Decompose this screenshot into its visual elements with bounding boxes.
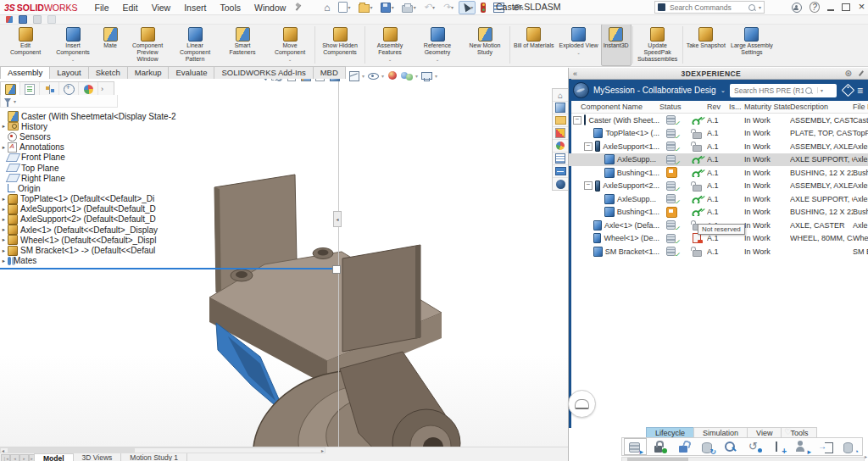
undo-button[interactable]: ▾ <box>421 0 437 14</box>
expand-arrow-icon[interactable]: ▸ <box>0 258 8 264</box>
unreserve-button[interactable] <box>673 439 694 454</box>
tag-icon[interactable] <box>842 84 855 97</box>
dropdown-arrow-icon[interactable]: ⌄ <box>436 57 440 62</box>
linear-component-pattern-button[interactable]: Linear Component Pattern⌄ <box>171 24 219 66</box>
tab-mbd[interactable]: MBD <box>313 66 346 79</box>
taskpane-home-button[interactable] <box>553 89 568 102</box>
edit-appearance-button[interactable] <box>387 70 398 81</box>
dropdown-arrow-icon[interactable]: ⌄ <box>576 50 581 55</box>
filter-dropdown-icon[interactable]: ▾ <box>14 98 16 104</box>
dropdown-arrow-icon[interactable]: ▾ <box>415 73 418 79</box>
tree-item-front[interactable]: Front Plane <box>0 153 337 163</box>
new-motion-study-button[interactable]: New Motion Study <box>461 24 509 66</box>
add-operation-button[interactable] <box>768 439 789 454</box>
reserve-button[interactable] <box>649 439 670 454</box>
collapse-toggle[interactable]: − <box>584 181 593 190</box>
dropdown-arrow-icon[interactable]: ▾ <box>435 73 437 79</box>
expand-arrow-icon[interactable]: ▸ <box>0 247 8 254</box>
dropdown-arrow-icon[interactable]: ▾ <box>370 4 373 10</box>
3dexperience-compass-icon[interactable] <box>573 82 589 98</box>
tab-assembly[interactable]: Assembly <box>0 66 49 79</box>
search-dropdown-icon[interactable]: ▾ <box>817 87 823 93</box>
dropdown-arrow-icon[interactable]: ▾ <box>392 4 394 10</box>
tree-item-sm[interactable]: ▸SM Bracket<1> -> (Default<<Defaul <box>0 245 337 255</box>
tab-overflow-icon[interactable]: › <box>101 85 103 93</box>
component-row[interactable]: −Caster (With Sheet...A.1In WorkASSEMBLY… <box>569 114 868 127</box>
synchronize-button[interactable] <box>744 439 765 454</box>
panel-scroll-right-icon[interactable]: ▸ <box>865 453 867 459</box>
taskpane-file-explorer-button[interactable] <box>553 114 568 127</box>
tab-layout[interactable]: Layout <box>49 66 88 79</box>
column-header-component-name[interactable]: Component Name <box>571 103 659 111</box>
move-component-button[interactable]: Move Component⌄ <box>266 24 314 66</box>
hide-show-items-button[interactable] <box>367 70 379 81</box>
propertymanager-tab[interactable] <box>20 82 40 96</box>
exploded-view-button[interactable]: Exploded View⌄ <box>556 24 600 66</box>
column-header-file-n[interactable]: File N <box>853 103 868 111</box>
print-small-button[interactable] <box>33 14 42 24</box>
save-button[interactable]: ▾ <box>378 1 397 14</box>
scroll-left-icon[interactable]: ◂ <box>2 447 4 453</box>
session-dropdown-icon[interactable]: ⌄ <box>721 87 726 94</box>
tree-item-wheel[interactable]: ▸Wheel<1> (Default<<Default>_Displ <box>0 235 337 245</box>
dropdown-arrow-icon[interactable]: ▾ <box>451 4 453 10</box>
menu-file[interactable]: File <box>95 3 109 13</box>
component-row[interactable]: Bushing<1...A.1In WorkBUSHING, 12 X 22 .… <box>569 206 868 219</box>
tree-item-axle[interactable]: ▸Axle<1> (Default<<Default>_Display <box>0 225 337 235</box>
preview-small-button[interactable] <box>47 14 56 24</box>
menu-edit[interactable]: Edit <box>123 3 138 13</box>
menu-insert[interactable]: Insert <box>184 3 206 13</box>
tree-item-axlesupport[interactable]: ▸AxleSupport<1> (Default<Default_D <box>0 204 337 214</box>
session-selector[interactable]: MySession - Collaborative Designer... <box>593 86 716 95</box>
my-session-components-button[interactable] <box>624 438 647 455</box>
doc-tab-3d-views[interactable]: 3D Views <box>74 453 122 461</box>
taskpane-solidworks-resources-button[interactable] <box>553 178 568 190</box>
menu-tools[interactable]: Tools <box>220 3 241 13</box>
refresh-from-server-button[interactable] <box>697 439 718 454</box>
redo-button[interactable]: ▾ <box>440 0 456 14</box>
save-small-button[interactable] <box>19 14 27 24</box>
taskpane-appearances-button[interactable] <box>553 140 568 153</box>
component-row[interactable]: −AxleSupport<2...A.1In WorkASSEMBLY, AXL… <box>569 180 868 193</box>
column-header-rev[interactable]: Rev <box>707 103 729 111</box>
window-close-button[interactable] <box>858 3 865 12</box>
assembly-features-button[interactable]: Assembly Features⌄ <box>366 24 414 66</box>
tree-item-right[interactable]: Right Plane <box>0 173 337 183</box>
window-help-button[interactable] <box>810 3 821 12</box>
component-preview-window-button[interactable]: Component Preview Window <box>124 24 171 66</box>
home-button[interactable] <box>321 0 332 15</box>
stoplight-button[interactable] <box>478 1 488 14</box>
expand-arrow-icon[interactable]: ▸ <box>0 196 8 203</box>
tree-item-mates[interactable]: ▸Mates <box>0 256 337 266</box>
taskpane-3dexperience-platform-button[interactable] <box>553 102 568 114</box>
column-header-description[interactable]: Description <box>790 103 853 111</box>
tree-item-axlesupport[interactable]: ▸AxleSupport<2> (Default<Default_D <box>0 214 337 225</box>
bill-of-materials-button[interactable]: Bill of Materials <box>511 24 556 66</box>
configurationmanager-tab[interactable] <box>40 82 59 96</box>
history-button[interactable] <box>839 439 860 454</box>
expand-arrow-icon[interactable]: ▸ <box>0 144 8 151</box>
tree-item-sensors[interactable]: Sensors <box>0 131 337 142</box>
component-row[interactable]: −AxleSupport<1...A.1In WorkASSEMBLY, AXL… <box>569 140 868 153</box>
appearance-button[interactable] <box>6 14 13 24</box>
tab-solidworks-add-ins[interactable]: SOLIDWORKS Add-Ins <box>214 66 312 79</box>
select-button[interactable]: ▾ <box>459 1 476 14</box>
expand-arrow-icon[interactable]: ▸ <box>0 123 8 130</box>
column-header-maturity-state[interactable]: Maturity State <box>744 103 790 111</box>
taskpane-messages-button[interactable] <box>553 165 568 178</box>
taskpane-design-library-button[interactable] <box>553 127 568 140</box>
component-row[interactable]: SM Bracket<1...A.1In WorkSM Br <box>569 245 868 258</box>
dimxpertmanager-tab[interactable] <box>59 82 79 96</box>
component-row[interactable]: AxleSupp...A.1In WorkAXLE SUPPORT, C...A… <box>569 192 868 206</box>
prev-view-button[interactable]: ◂ <box>10 454 19 461</box>
smart-fasteners-button[interactable]: Smart Fasteners <box>219 24 266 66</box>
expand-arrow-icon[interactable]: ▸ <box>0 206 8 213</box>
show-hidden-components-button[interactable]: Show Hidden Components <box>316 24 364 66</box>
taskpane-custom-properties-button[interactable] <box>553 153 568 165</box>
next-view-button[interactable]: ▸ <box>19 454 29 461</box>
expand-arrow-icon[interactable]: ▸ <box>0 216 8 223</box>
explore-in-session-button[interactable] <box>721 439 742 454</box>
platform-search[interactable]: ▾ <box>730 84 837 97</box>
action-bar-scrollbar[interactable] <box>621 457 865 461</box>
panel-menu-icon[interactable]: ≡ <box>857 85 863 97</box>
